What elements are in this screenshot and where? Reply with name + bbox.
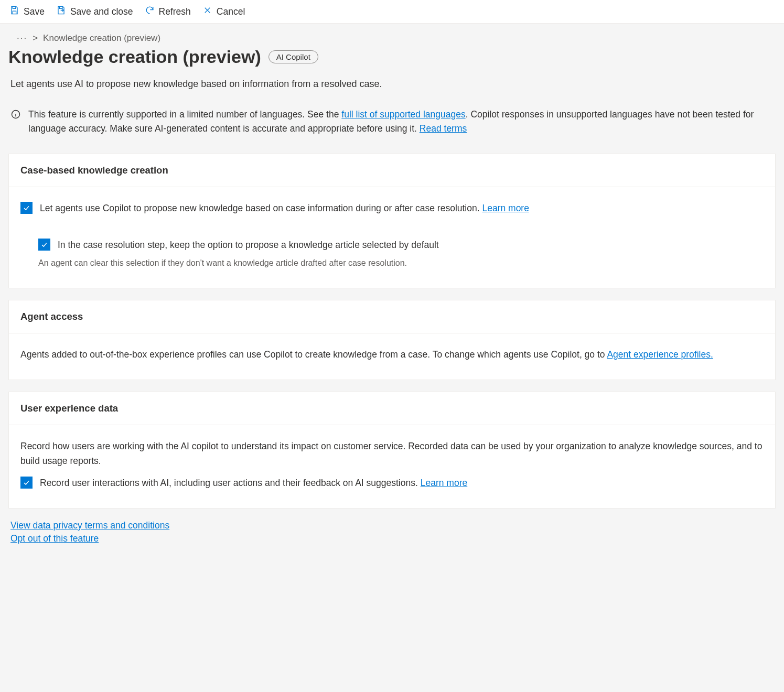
breadcrumb-current[interactable]: Knowledge creation (preview)	[43, 33, 160, 44]
record-interactions-checkbox[interactable]	[20, 477, 33, 489]
page-description: Let agents use AI to propose new knowled…	[8, 79, 776, 90]
close-icon	[202, 5, 212, 18]
footer-links: View data privacy terms and conditions O…	[8, 520, 776, 544]
read-terms-link[interactable]: Read terms	[420, 123, 467, 134]
agent-profiles-link[interactable]: Agent experience profiles.	[607, 349, 713, 360]
default-selected-checkbox[interactable]	[38, 239, 50, 251]
save-close-button[interactable]: Save and close	[56, 5, 133, 18]
panel-body: Agents added to out-of-the-box experienc…	[9, 333, 775, 380]
breadcrumb-separator: >	[33, 33, 38, 44]
privacy-terms-link[interactable]: View data privacy terms and conditions	[10, 520, 776, 531]
refresh-button[interactable]: Refresh	[145, 5, 191, 18]
page-content: ··· > Knowledge creation (preview) Knowl…	[0, 24, 784, 565]
default-selected-row: In the case resolution step, keep the op…	[38, 237, 764, 252]
user-experience-panel: User experience data Record how users ar…	[8, 392, 776, 509]
panel-header: User experience data	[9, 392, 775, 425]
default-selected-label: In the case resolution step, keep the op…	[58, 237, 439, 252]
opt-out-link[interactable]: Opt out of this feature	[10, 533, 776, 544]
save-label: Save	[24, 6, 45, 17]
record-interactions-label: Record user interactions with AI, includ…	[40, 475, 467, 490]
refresh-label: Refresh	[159, 6, 191, 17]
info-banner: This feature is currently supported in a…	[8, 107, 776, 136]
save-icon	[9, 5, 19, 18]
panel-header: Case-based knowledge creation	[9, 154, 775, 187]
refresh-icon	[145, 5, 155, 18]
info-icon	[10, 107, 21, 136]
save-close-label: Save and close	[70, 6, 133, 17]
cancel-button[interactable]: Cancel	[202, 5, 245, 18]
learn-more-ux-link[interactable]: Learn more	[421, 478, 468, 488]
panel-body: Let agents use Copilot to propose new kn…	[9, 187, 775, 288]
panel-header: Agent access	[9, 300, 775, 333]
agent-access-panel: Agent access Agents added to out-of-the-…	[8, 300, 776, 380]
case-based-panel: Case-based knowledge creation Let agents…	[8, 154, 776, 288]
record-interactions-row: Record user interactions with AI, includ…	[20, 475, 764, 490]
panel-body: Record how users are working with the AI…	[9, 425, 775, 508]
page-title: Knowledge creation (preview)	[8, 47, 261, 67]
breadcrumb-more-icon[interactable]: ···	[17, 33, 27, 44]
breadcrumb: ··· > Knowledge creation (preview)	[8, 33, 776, 44]
learn-more-link[interactable]: Learn more	[482, 203, 529, 213]
ux-description: Record how users are working with the AI…	[20, 439, 764, 468]
title-row: Knowledge creation (preview) AI Copilot	[8, 47, 776, 67]
command-bar: Save Save and close Refresh Cancel	[0, 0, 784, 24]
enable-copilot-row: Let agents use Copilot to propose new kn…	[20, 201, 764, 215]
enable-copilot-checkbox[interactable]	[20, 202, 33, 214]
enable-copilot-label: Let agents use Copilot to propose new kn…	[40, 201, 529, 215]
info-text: This feature is currently supported in a…	[28, 107, 776, 136]
cancel-label: Cancel	[217, 6, 245, 17]
supported-languages-link[interactable]: full list of supported languages	[341, 109, 465, 120]
default-selected-help: An agent can clear this selection if the…	[38, 256, 764, 270]
save-close-icon	[56, 5, 66, 18]
ai-copilot-badge: AI Copilot	[269, 50, 318, 63]
save-button[interactable]: Save	[9, 5, 45, 18]
